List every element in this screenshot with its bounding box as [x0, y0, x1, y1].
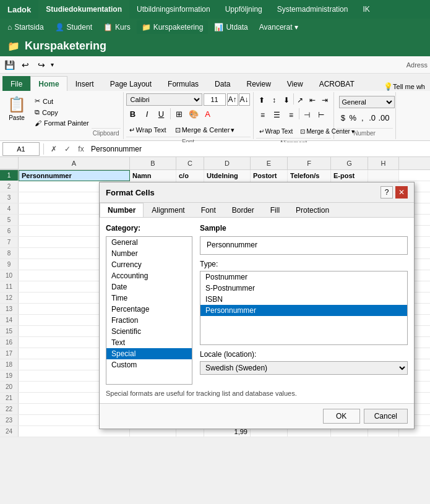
indent-increase-button[interactable]: ⇥: [319, 93, 331, 107]
nav-kurs[interactable]: 📋 Kurs: [98, 20, 135, 34]
nav-startsida[interactable]: ⌂ Startsida: [2, 20, 49, 34]
nav-student[interactable]: 👤 Student: [50, 20, 97, 34]
dialog-close-button[interactable]: ✕: [395, 186, 408, 199]
nav-utdata[interactable]: 📊 Utdata: [209, 20, 252, 34]
cell-f1[interactable]: Telefon/s: [288, 170, 331, 181]
nav-kurspaketering[interactable]: 📁 Kurspaketering: [137, 20, 209, 34]
decrease-indent-button[interactable]: ⊣: [300, 108, 314, 122]
align-top-button[interactable]: ⬆: [256, 93, 268, 107]
cell-b1[interactable]: Namn: [130, 170, 176, 181]
type-personnummer[interactable]: Personnummer: [200, 305, 407, 316]
decrease-font-size-button[interactable]: A↓: [239, 93, 250, 106]
tab-formulas[interactable]: Formulas: [160, 76, 207, 91]
copy-button[interactable]: ⧉ Copy: [32, 107, 92, 117]
nav-tab-ik[interactable]: IK: [355, 0, 377, 19]
cell-g1[interactable]: E-post: [331, 170, 368, 181]
bold-button[interactable]: B: [126, 107, 140, 121]
category-currency[interactable]: Currency: [106, 259, 192, 270]
tab-insert[interactable]: Insert: [67, 76, 102, 91]
tab-view[interactable]: View: [279, 76, 311, 91]
percent-button[interactable]: %: [348, 111, 357, 124]
formula-input[interactable]: [88, 142, 428, 156]
increase-font-size-button[interactable]: A↑: [227, 93, 238, 106]
cell-e1[interactable]: Postort: [251, 170, 288, 181]
align-left-button[interactable]: ≡: [256, 108, 270, 122]
merge-dropdown-icon[interactable]: ▾: [231, 126, 234, 134]
decrease-decimal-button[interactable]: .0: [368, 111, 377, 124]
category-time[interactable]: Time: [106, 293, 192, 304]
customize-quick-access[interactable]: ▾: [51, 61, 54, 68]
underline-button[interactable]: U: [155, 107, 168, 121]
cell-c1[interactable]: c/o: [176, 170, 204, 181]
italic-button[interactable]: I: [140, 107, 154, 121]
undo-button[interactable]: ↩: [19, 58, 32, 72]
ok-button[interactable]: OK: [323, 409, 360, 424]
tab-review[interactable]: Review: [238, 76, 278, 91]
cell-h1[interactable]: [368, 170, 399, 181]
wrap-text-button2[interactable]: ↵ Wrap Text: [256, 124, 296, 138]
nav-tab-uppfoljning[interactable]: Uppföljning: [218, 0, 270, 19]
tab-page-layout[interactable]: Page Layout: [102, 76, 160, 91]
borders-button[interactable]: ⊞: [173, 107, 186, 121]
nav-tab-systemadministration[interactable]: Systemadministration: [270, 0, 356, 19]
cell-a1[interactable]: Personnummer: [19, 170, 130, 181]
cut-button[interactable]: ✂ Cut: [32, 96, 92, 106]
increase-decimal-button[interactable]: .00: [378, 111, 390, 124]
category-general[interactable]: General: [106, 237, 192, 248]
tab-file[interactable]: File: [2, 76, 30, 91]
category-custom[interactable]: Custom: [106, 359, 192, 370]
dialog-tab-alignment[interactable]: Alignment: [144, 203, 192, 217]
dialog-tab-protection[interactable]: Protection: [288, 203, 337, 217]
format-painter-button[interactable]: 🖌 Format Painter: [32, 118, 92, 128]
category-scientific[interactable]: Scientific: [106, 326, 192, 337]
dialog-tab-border[interactable]: Border: [224, 203, 262, 217]
category-number[interactable]: Number: [106, 248, 192, 259]
category-percentage[interactable]: Percentage: [106, 304, 192, 315]
font-family-select[interactable]: Calibri: [126, 93, 202, 106]
redo-button[interactable]: ↪: [35, 58, 48, 72]
category-fraction[interactable]: Fraction: [106, 315, 192, 326]
dialog-tab-font[interactable]: Font: [193, 203, 224, 217]
align-center-button[interactable]: ☰: [270, 108, 284, 122]
category-list[interactable]: General Number Currency Accounting Date …: [106, 236, 192, 385]
text-direction-button[interactable]: ↗: [295, 93, 306, 107]
wrap-text-button[interactable]: ↵ Wrap Text: [126, 123, 170, 137]
cancel-button[interactable]: Cancel: [364, 409, 408, 424]
dialog-tab-fill[interactable]: Fill: [262, 203, 288, 217]
cancel-formula-button[interactable]: ✗: [48, 143, 60, 155]
save-button[interactable]: 💾: [2, 58, 16, 72]
category-special[interactable]: Special: [106, 348, 192, 359]
merge-center-button[interactable]: ⊡ Merge & Center ▾: [172, 123, 238, 137]
nav-avancerat[interactable]: Avancerat ▾: [254, 20, 303, 34]
number-format-select[interactable]: General: [339, 96, 395, 108]
locale-select[interactable]: Swedish (Sweden) English (United States)…: [200, 361, 408, 375]
dialog-help-button[interactable]: ?: [381, 186, 393, 199]
type-isbn[interactable]: ISBN: [200, 294, 407, 305]
type-s-postnummer[interactable]: S-Postnummer: [200, 283, 407, 294]
category-accounting[interactable]: Accounting: [106, 270, 192, 281]
fill-color-button[interactable]: 🎨: [187, 107, 200, 121]
tab-acrobat[interactable]: ACROBAT: [311, 76, 363, 91]
tell-me[interactable]: Tell me wh: [393, 83, 425, 90]
nav-tab-studiedokumentation[interactable]: Studiedokumentation: [38, 0, 129, 19]
insert-function-button[interactable]: fx: [75, 143, 87, 155]
font-color-button[interactable]: A: [201, 107, 215, 121]
currency-button[interactable]: $: [339, 111, 348, 124]
paste-button[interactable]: 📋 Paste: [2, 93, 31, 124]
type-list[interactable]: Postnummer S-Postnummer ISBN Personnumme…: [200, 271, 408, 345]
font-size-input[interactable]: [204, 93, 226, 106]
dialog-tab-number[interactable]: Number: [100, 203, 144, 217]
tab-home[interactable]: Home: [30, 76, 67, 91]
category-text[interactable]: Text: [106, 337, 192, 348]
indent-decrease-button[interactable]: ⇤: [307, 93, 319, 107]
increase-indent-button[interactable]: ⊢: [314, 108, 328, 122]
align-middle-button[interactable]: ↕: [269, 93, 280, 107]
nav-tab-utbildningsinformation[interactable]: Utbildningsinformation: [129, 0, 218, 19]
confirm-formula-button[interactable]: ✓: [61, 143, 74, 155]
align-right-button[interactable]: ≡: [285, 108, 298, 122]
type-postnummer[interactable]: Postnummer: [200, 271, 407, 283]
category-date[interactable]: Date: [106, 281, 192, 293]
cell-reference-box[interactable]: A1: [2, 142, 40, 156]
cell-d1[interactable]: Utdelning: [204, 170, 251, 181]
tab-data[interactable]: Data: [207, 76, 238, 91]
